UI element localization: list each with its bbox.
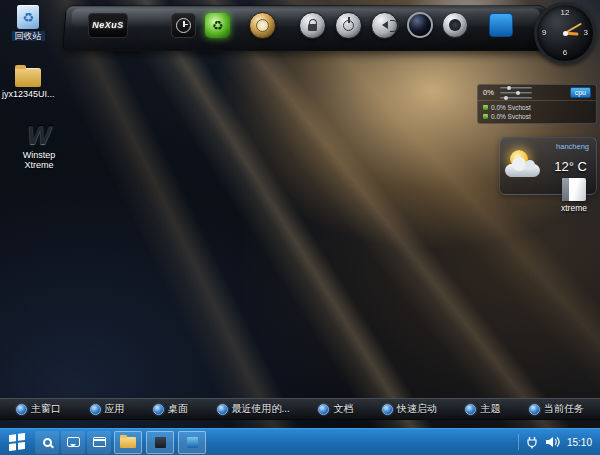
cpu-meter-header: 0% cpu bbox=[478, 85, 596, 101]
cpu-process-list: 0.0% Svchost 0.0% Svchost bbox=[478, 101, 596, 121]
winstep-xtreme-desktop-icon[interactable]: W Winstep Xtreme bbox=[14, 122, 64, 170]
process-label: 0.0% Svchost bbox=[491, 112, 531, 121]
folder-label: jyx12345UI... bbox=[2, 89, 54, 99]
windows-logo-icon[interactable] bbox=[137, 11, 162, 39]
tab-main-window[interactable]: 主窗口 bbox=[16, 402, 61, 416]
clock-center-dot bbox=[563, 31, 568, 36]
lock-button[interactable] bbox=[299, 12, 326, 39]
tab-orb-icon bbox=[90, 404, 101, 415]
search-icon bbox=[43, 438, 52, 447]
search-button[interactable] bbox=[35, 431, 59, 454]
nexus-logo-text: NeXuS bbox=[92, 20, 124, 30]
window-switcher-button[interactable] bbox=[87, 431, 111, 454]
windows-start-icon bbox=[9, 433, 25, 451]
dock-icons: NeXuS ♻ bbox=[88, 9, 513, 41]
tab-quick-launch[interactable]: 快速启动 bbox=[382, 402, 437, 416]
analog-clock-widget[interactable]: 12 3 6 9 bbox=[534, 2, 596, 64]
windows-taskbar: 15:10 bbox=[0, 428, 600, 455]
cloud-icon bbox=[505, 164, 540, 177]
tab-orb-icon bbox=[529, 404, 540, 415]
process-label: 0.0% Svchost bbox=[491, 103, 531, 112]
tab-orb-icon bbox=[465, 404, 476, 415]
tab-desktop[interactable]: 桌面 bbox=[153, 402, 188, 416]
jyx-folder-desktop-icon[interactable]: jyx12345UI... bbox=[2, 68, 54, 99]
shutter-ring-icon[interactable] bbox=[442, 12, 468, 38]
speaker-button[interactable] bbox=[371, 12, 398, 39]
clock-number-9: 9 bbox=[542, 29, 546, 37]
tab-orb-icon bbox=[318, 404, 329, 415]
recycle-bin-icon: ♻ bbox=[17, 5, 39, 29]
process-row[interactable]: 0.0% Svchost bbox=[483, 103, 591, 112]
taskbar-clock[interactable]: 15:10 bbox=[567, 437, 592, 448]
taskbar-item[interactable] bbox=[178, 431, 206, 454]
nexus-logo[interactable]: NeXuS bbox=[88, 13, 128, 38]
start-button[interactable] bbox=[0, 429, 34, 455]
cpu-sliders[interactable] bbox=[500, 87, 532, 99]
folder-icon bbox=[120, 437, 136, 448]
tab-orb-icon bbox=[382, 404, 393, 415]
process-icon bbox=[483, 105, 488, 110]
folder-icon bbox=[15, 68, 41, 87]
clock-number-6: 6 bbox=[563, 49, 567, 57]
tray-divider bbox=[518, 434, 519, 450]
lock-icon bbox=[308, 24, 317, 31]
dock-tab-bar: 主窗口 应用 桌面 最近使用的... 文档 快速启动 主题 当前任务 bbox=[0, 398, 600, 420]
recycle-bin-desktop-icon[interactable]: ♻ 回收站 bbox=[6, 5, 50, 41]
weather-city: hancheng bbox=[556, 142, 589, 151]
speaker-icon bbox=[378, 21, 388, 29]
app-icon bbox=[187, 437, 198, 448]
recycle-glyph: ♻ bbox=[212, 19, 224, 32]
wallpaper-light-beams bbox=[0, 0, 600, 455]
tab-recent[interactable]: 最近使用的... bbox=[217, 402, 290, 416]
desktop: NeXuS ♻ 12 3 6 9 bbox=[0, 0, 600, 455]
tab-themes[interactable]: 主题 bbox=[465, 402, 500, 416]
file-explorer-taskbar-item[interactable] bbox=[114, 431, 142, 454]
xtreme-desktop-icon[interactable]: xtreme bbox=[552, 178, 596, 213]
tab-documents[interactable]: 文档 bbox=[318, 402, 353, 416]
ornate-clock-icon[interactable] bbox=[249, 12, 276, 39]
clock-number-3: 3 bbox=[584, 29, 588, 37]
winstep-label: Winstep Xtreme bbox=[14, 150, 64, 170]
xtreme-folder-icon bbox=[562, 178, 586, 201]
camera-lens-icon[interactable] bbox=[407, 12, 433, 38]
clock-dock-icon[interactable] bbox=[171, 13, 196, 38]
recycle-bin-label: 回收站 bbox=[6, 31, 50, 41]
chat-button[interactable] bbox=[61, 431, 85, 454]
tab-orb-icon bbox=[153, 404, 164, 415]
green-recycle-icon[interactable]: ♻ bbox=[205, 13, 230, 38]
clock-face: 12 3 6 9 bbox=[534, 2, 596, 64]
process-row[interactable]: 0.0% Svchost bbox=[483, 112, 591, 121]
cpu-meter-widget[interactable]: 0% cpu 0.0% Svchost 0.0% Svchost bbox=[477, 84, 597, 124]
power-icon bbox=[343, 20, 354, 31]
tab-current-tasks[interactable]: 当前任务 bbox=[529, 402, 584, 416]
tab-orb-icon bbox=[16, 404, 27, 415]
tab-apps[interactable]: 应用 bbox=[90, 402, 125, 416]
system-tray: 15:10 bbox=[510, 429, 600, 455]
nexus-dock: NeXuS ♻ bbox=[62, 4, 550, 51]
app-icon bbox=[155, 437, 166, 448]
window-icon bbox=[93, 437, 106, 447]
volume-tray-icon[interactable] bbox=[545, 436, 560, 448]
power-button[interactable] bbox=[335, 12, 362, 39]
tab-orb-icon bbox=[217, 404, 228, 415]
process-icon bbox=[483, 114, 488, 119]
cpu-badge: cpu bbox=[570, 87, 591, 98]
weather-temperature: 12° C bbox=[554, 159, 587, 174]
power-plug-tray-icon[interactable] bbox=[526, 436, 538, 449]
winstep-logo-icon: W bbox=[14, 122, 64, 148]
clock-number-12: 12 bbox=[561, 9, 570, 17]
cpu-percent: 0% bbox=[483, 88, 494, 97]
xtreme-label: xtreme bbox=[552, 203, 596, 213]
chat-icon bbox=[67, 437, 80, 447]
blue-tiles-icon[interactable] bbox=[489, 13, 513, 37]
taskbar-item[interactable] bbox=[146, 431, 174, 454]
